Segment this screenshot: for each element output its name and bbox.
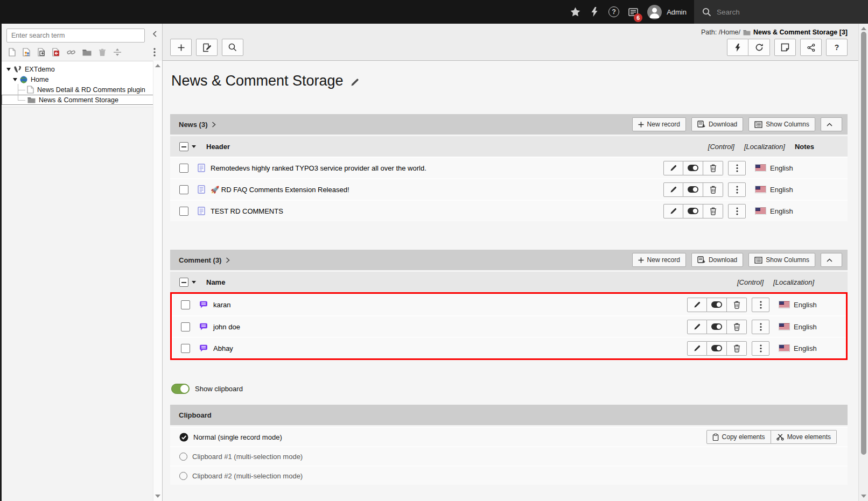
scroll-down-icon[interactable] [861,495,866,498]
edit-record-button[interactable] [687,341,707,356]
new-record-button[interactable]: New record [632,117,686,131]
record-more-button[interactable] [728,204,746,218]
edit-record-button[interactable] [663,204,683,218]
record-language[interactable]: English [755,164,811,172]
show-columns-button[interactable]: Show Columns [748,117,815,131]
record-more-button[interactable] [752,341,769,356]
hide-record-button[interactable] [683,161,703,175]
collapse-sidebar-button[interactable] [152,31,157,37]
select-all-checkbox[interactable] [179,278,188,287]
record-language[interactable]: English [779,323,835,331]
tree-scrollbar[interactable] [153,61,162,501]
download-button[interactable]: Download [691,253,743,267]
new-spacer-icon[interactable] [113,48,122,56]
record-more-button[interactable] [728,182,746,197]
share-button[interactable] [800,39,822,56]
new-page-external-link-icon[interactable] [52,48,60,57]
expand-caret-icon[interactable] [13,78,17,81]
hide-record-button[interactable] [707,298,727,312]
record-title[interactable]: Remotedevs highly ranked TYPO3 service p… [211,164,426,172]
comment-panel-title-link[interactable]: Comment (3) [179,256,230,264]
record-title[interactable]: Abhay [213,344,233,352]
edit-record-button[interactable] [687,320,707,334]
clear-cache-button[interactable] [727,39,748,56]
record-title[interactable]: TEST RD COMMENTS [211,207,283,215]
select-all-control[interactable] [179,142,196,151]
delete-record-button[interactable] [727,341,747,356]
download-button[interactable]: Download [691,117,743,131]
system-information-button[interactable]: 6 [624,0,643,24]
scroll-up-icon[interactable] [861,27,866,30]
row-checkbox[interactable] [181,322,190,331]
delete-record-button[interactable] [703,204,723,218]
scroll-down-icon[interactable] [155,495,160,498]
record-more-button[interactable] [752,298,769,312]
edit-record-button[interactable] [687,298,707,312]
help-button[interactable]: ? [604,0,624,24]
collapse-panel-button[interactable] [821,253,842,267]
delete-record-button[interactable] [703,182,723,197]
notes-button[interactable] [774,39,796,56]
main-scrollbar[interactable] [858,24,868,501]
move-elements-button[interactable]: Move elements [771,430,837,444]
row-checkbox[interactable] [179,207,188,216]
hide-record-button[interactable] [707,341,727,356]
edit-page-button[interactable] [196,39,218,56]
row-checkbox[interactable] [181,344,190,353]
tree-more-button[interactable] [153,48,156,57]
user-menu-button[interactable]: Admin [643,0,694,24]
record-title[interactable]: 🚀 RD FAQ Comments Extension Released! [211,186,349,194]
tree-search-input[interactable] [6,29,145,43]
record-title[interactable]: karan [213,301,231,309]
new-sysfolder-icon[interactable] [82,49,92,56]
global-search-input[interactable] [717,8,835,16]
hide-record-button[interactable] [683,182,703,197]
record-more-button[interactable] [752,320,769,334]
clear-cache-button[interactable] [585,0,604,24]
new-page-mountpoint-icon[interactable] [67,48,75,56]
record-language[interactable]: English [755,207,811,215]
tree-item-home[interactable]: Home [2,74,162,84]
record-title[interactable]: john doe [213,323,240,331]
delete-record-button[interactable] [727,298,747,312]
new-recycler-icon[interactable] [99,48,106,57]
new-page-shortcut-icon[interactable] [38,48,45,57]
expand-caret-icon[interactable] [6,68,11,71]
breadcrumb-current[interactable]: News & Comment Storage [3] [743,29,848,36]
help-button[interactable]: ? [826,39,848,56]
new-record-button[interactable] [170,39,192,56]
edit-title-button[interactable] [351,77,360,87]
collapse-panel-button[interactable] [821,117,842,131]
edit-record-button[interactable] [663,161,683,175]
global-search[interactable] [694,0,868,24]
record-more-button[interactable] [728,161,746,175]
new-record-button[interactable]: New record [632,253,686,267]
edit-record-button[interactable] [663,182,683,197]
scroll-up-icon[interactable] [155,64,160,67]
record-language[interactable]: English [755,186,811,194]
hide-record-button[interactable] [683,204,703,218]
clipboard-option-2[interactable]: Clipboard #2 (multi-selection mode) [179,472,303,480]
delete-record-button[interactable] [703,161,723,175]
select-all-checkbox[interactable] [179,142,188,151]
new-page-icon[interactable] [9,48,16,57]
reload-button[interactable] [748,39,770,56]
row-checkbox[interactable] [179,185,188,194]
record-language[interactable]: English [779,301,835,309]
hide-record-button[interactable] [707,320,727,334]
row-checkbox[interactable] [181,300,190,309]
delete-record-button[interactable] [727,320,747,334]
row-checkbox[interactable] [179,164,188,173]
new-page-usersection-icon[interactable] [23,48,31,57]
show-columns-button[interactable]: Show Columns [748,253,815,267]
select-all-control[interactable] [179,278,196,287]
show-clipboard-toggle[interactable] [171,384,190,394]
clipboard-option-1[interactable]: Clipboard #1 (multi-selection mode) [179,453,303,461]
scrollbar-thumb[interactable] [861,32,866,455]
record-language[interactable]: English [779,344,835,352]
copy-elements-button[interactable]: Copy elements [706,430,771,444]
news-panel-title-link[interactable]: News (3) [179,121,216,129]
search-button[interactable] [222,39,243,56]
clipboard-option-normal[interactable]: Normal (single record mode) [179,433,282,442]
tree-item-extdemo[interactable]: EXTdemo [2,64,162,74]
